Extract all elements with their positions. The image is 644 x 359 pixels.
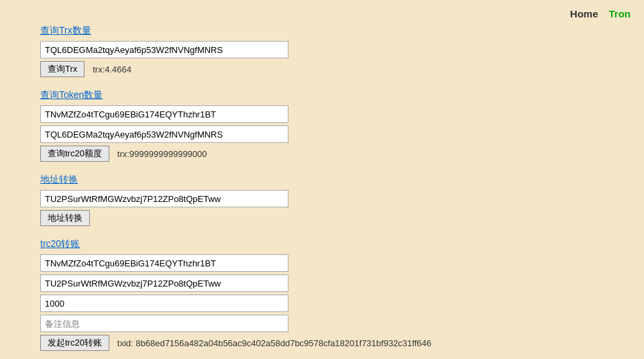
- trc20-transfer-title: trc20转账: [40, 238, 604, 250]
- token-query-section: 查询Token数量 查询trc20额度 trx:9999999999999000: [40, 89, 604, 162]
- address-convert-input[interactable]: [40, 190, 288, 207]
- trc20-transfer-input1[interactable]: [40, 254, 288, 272]
- trc20-transfer-section: trc20转账 发起trc20转账 txid: 8b68ed7156a482a0…: [40, 238, 604, 351]
- nav-tron[interactable]: Tron: [609, 8, 631, 19]
- trc20-transfer-button[interactable]: 发起trc20转账: [40, 335, 109, 351]
- trx-query-section: 查询Trx数量 查询Trx trx:4.4664: [40, 25, 604, 77]
- trc20-transfer-input3[interactable]: [40, 295, 288, 312]
- nav: Home Tron: [0, 0, 644, 25]
- trx-query-input[interactable]: [40, 41, 288, 58]
- token-query-input1[interactable]: [40, 105, 288, 123]
- trx-query-result: trx:4.4664: [93, 64, 131, 74]
- token-query-result: trx:9999999999999000: [117, 149, 207, 159]
- address-convert-title: 地址转换: [40, 174, 604, 186]
- address-convert-section: 地址转换 地址转换: [40, 174, 604, 226]
- token-query-input2[interactable]: [40, 125, 288, 143]
- token-query-title: 查询Token数量: [40, 89, 604, 101]
- trx-query-button[interactable]: 查询Trx: [40, 61, 85, 77]
- token-query-button[interactable]: 查询trc20额度: [40, 146, 109, 162]
- address-convert-button[interactable]: 地址转换: [40, 210, 90, 226]
- trc20-transfer-result: txid: 8b68ed7156a482a04b56ac9c402a58dd7b…: [117, 338, 431, 348]
- trc20-transfer-input4[interactable]: [40, 315, 288, 332]
- trx-query-title: 查询Trx数量: [40, 25, 604, 37]
- trc20-transfer-input2[interactable]: [40, 274, 288, 292]
- nav-home[interactable]: Home: [570, 8, 598, 19]
